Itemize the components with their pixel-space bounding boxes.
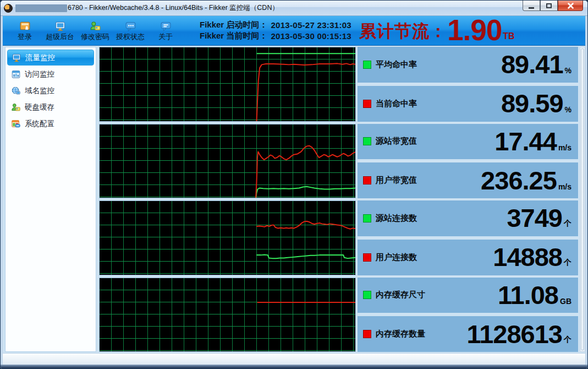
savings-unit: TB [503,31,514,41]
stat-label: 源站带宽值 [376,136,417,146]
stat-pair-connections: 源站连接数 3749个 用户连接数 14888个 [358,200,578,275]
super-admin-button[interactable]: 超级后台 [42,18,78,43]
red-legend-marker [363,100,371,108]
status-bar [3,353,585,365]
red-legend-marker [363,330,371,338]
maximize-icon [546,3,552,8]
stat-value: 14888 [493,246,562,268]
sidebar: 流量监控 访问监控 域名监控 [5,47,96,352]
change-password-button[interactable]: 修改密码 [78,18,113,43]
maximize-button[interactable] [540,1,558,11]
sidebar-item-system-config[interactable]: 系统配置 [7,116,94,132]
minimize-button[interactable] [523,1,540,11]
stat-pair-hit-rate: 平均命中率 89.41% 当前命中率 89.59% [358,47,578,122]
red-legend-marker [363,176,371,184]
stat-label: 当前命中率 [376,99,417,109]
stat-value: 11.08 [498,284,558,306]
green-legend-marker [363,214,371,223]
stat-unit: m/s [558,143,571,152]
connections-chart [100,201,355,275]
stat-user-bandwidth: 用户带宽值 236.25m/s [358,162,578,198]
sidebar-label-visit: 访问监控 [25,69,54,79]
stat-value: 17.44 [494,131,557,153]
bandwidth-chart [100,124,355,198]
red-legend-marker [363,253,371,262]
window-chart-icon [11,69,21,79]
app-icon [4,4,13,13]
green-legend-marker [363,61,371,69]
sidebar-label-traffic: 流量监控 [25,53,55,63]
sidebar-item-traffic-monitor[interactable]: 流量监控 [7,50,94,66]
stat-avg-hit-rate: 平均命中率 89.41% [358,47,578,83]
stat-pair-bandwidth: 源站带宽值 17.44m/s 用户带宽值 236.25m/s [358,124,578,199]
stat-label: 用户连接数 [376,252,417,263]
redacted-host-block [15,4,67,12]
stat-unit: 个 [564,335,571,345]
savings-value: 1.90 [447,18,502,42]
globe-icon [11,86,21,96]
stat-unit: 个 [564,219,571,229]
scrollbar-thumb[interactable] [581,48,584,350]
monitor-icon [54,20,66,32]
user-card-icon [11,102,21,112]
sidebar-item-domain-monitor[interactable]: 域名监控 [7,83,94,99]
content-area: 流量监控 访问监控 域名监控 [3,46,585,353]
monitor-icon [12,53,21,63]
sidebar-item-disk-cache[interactable]: 硬盘缓存 [7,99,94,115]
about-label: 关于 [158,33,173,40]
stat-value: 89.41 [501,53,563,75]
monitor-main: 平均命中率 89.41% 当前命中率 89.59% 源站带宽值 17.44m/s [99,47,585,352]
stat-memory-cache-size: 内存缓存尺寸 11.08GB [358,278,578,313]
start-time-label: Fikker 启动时间： [200,20,267,30]
stat-memory-cache-count: 内存缓存数量 1128613个 [358,316,578,352]
change-password-label: 修改密码 [81,33,109,40]
chart-panel-memory-cache [99,278,356,352]
green-legend-marker [363,291,371,299]
stat-value: 89.59 [501,93,563,115]
start-time-value: 2013-05-27 23:31:03 [271,20,351,30]
minimize-icon [529,7,534,9]
user-card-icon [90,20,101,32]
chart-panel-connections [99,200,356,275]
window-controls [523,1,583,11]
current-time-value: 2013-05-30 00:15:13 [271,31,351,41]
stat-label: 内存缓存数量 [376,329,425,339]
stat-unit: m/s [558,182,571,191]
stat-value: 236.25 [481,170,557,192]
login-button[interactable]: 登录 [7,18,42,43]
sidebar-label-domain: 域名监控 [25,86,54,96]
stats-scrollbar[interactable] [580,47,585,352]
stat-unit: 个 [564,258,571,268]
sidebar-label-disk: 硬盘缓存 [25,102,54,112]
about-button[interactable]: 关于 [148,18,183,43]
chart-panel-hit-rate [99,47,356,122]
stats-column: 平均命中率 89.41% 当前命中率 89.59% 源站带宽值 17.44m/s [358,47,578,352]
green-legend-marker [363,137,371,145]
sidebar-item-visit-monitor[interactable]: 访问监控 [7,66,94,82]
sidebar-label-config: 系统配置 [25,119,54,129]
stat-current-hit-rate: 当前命中率 89.59% [358,86,578,122]
about-bubble-icon [160,20,172,32]
close-icon [567,2,574,9]
memory-cache-chart [100,278,355,352]
chart-panel-bandwidth [99,124,356,199]
stat-unit: GB [560,297,571,306]
stat-value: 3749 [507,207,562,229]
auth-status-button[interactable]: 授权状态 [113,18,148,43]
toolbar: 登录 超级后台 修改密码 授权状态 [3,16,585,46]
stat-label: 用户带宽值 [376,175,417,186]
titlebar: 6780 - Fikker/Webcache/3.4.8 - Linux/64B… [1,1,587,16]
savings-label: 累计节流： [359,22,447,41]
hit-rate-chart [100,47,355,121]
window-title: 6780 - Fikker/Webcache/3.4.8 - Linux/64B… [68,3,279,13]
super-admin-label: 超级后台 [46,33,74,40]
charts-column [99,47,356,352]
login-icon [19,20,31,32]
stat-label: 内存缓存尺寸 [376,290,425,300]
window-bottom-frame [1,365,587,368]
auth-status-label: 授权状态 [116,33,145,40]
current-time-label: Fikker 当前时间： [200,31,267,41]
close-button[interactable] [558,1,583,11]
speech-bubble-icon [125,20,136,32]
stat-origin-connections: 源站连接数 3749个 [358,200,578,236]
